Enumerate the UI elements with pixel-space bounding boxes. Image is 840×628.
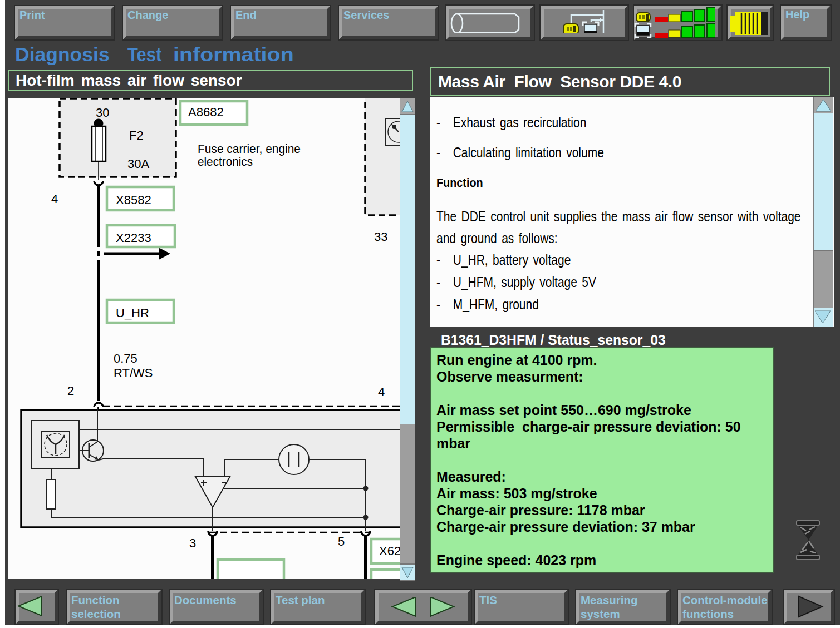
svg-text:2: 2: [67, 384, 74, 398]
svg-text:4: 4: [51, 192, 58, 206]
svg-text:X8582: X8582: [116, 193, 151, 207]
svg-text:3: 3: [189, 536, 196, 550]
svg-text:X2233: X2233: [116, 231, 151, 245]
svg-text:electronics: electronics: [198, 155, 253, 169]
svg-text:RT/WS: RT/WS: [114, 366, 153, 380]
svg-text:4: 4: [378, 385, 385, 399]
svg-text:U_HR: U_HR: [116, 306, 149, 320]
svg-text:33: 33: [374, 230, 387, 244]
svg-text:30: 30: [96, 106, 109, 120]
svg-text:5: 5: [338, 535, 345, 548]
svg-text:Fuse carrier, engine: Fuse carrier, engine: [198, 142, 301, 156]
svg-text:F2: F2: [129, 128, 144, 142]
svg-text:0.75: 0.75: [114, 352, 137, 365]
svg-text:X62: X62: [379, 544, 400, 558]
svg-text:30A: 30A: [127, 157, 149, 171]
svg-text:A8682: A8682: [188, 105, 224, 119]
